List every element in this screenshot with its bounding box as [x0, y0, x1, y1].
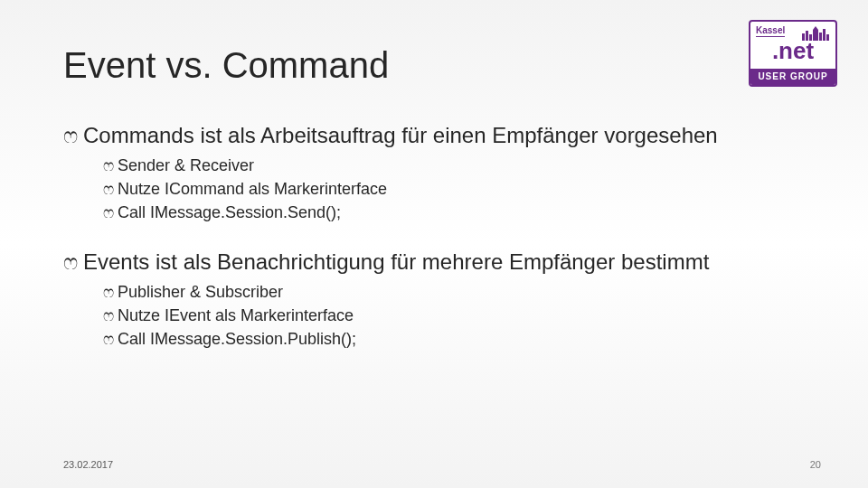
page-title: Event vs. Command [63, 45, 805, 86]
section-events: ෆ Events ist als Benachrichtigung für me… [63, 249, 805, 350]
bullet-text: Call IMessage.Session.Send(); [118, 202, 341, 223]
events-sublist: ෆ Publisher & Subscriber ෆ Nutze IEvent … [103, 281, 805, 350]
logo-city: Kassel [756, 25, 785, 37]
bullet-icon: ෆ [103, 155, 114, 176]
bullet-events-heading: ෆ Events ist als Benachrichtigung für me… [63, 249, 805, 276]
list-item: ෆ Sender & Receiver [103, 155, 805, 176]
bullet-icon: ෆ [63, 122, 78, 149]
bullet-commands-heading: ෆ Commands ist als Arbeitsauftrag für ei… [63, 122, 805, 149]
bullet-icon: ෆ [103, 305, 114, 326]
bullet-text: Call IMessage.Session.Publish(); [118, 328, 356, 350]
bullet-icon: ෆ [103, 281, 114, 303]
bullet-text: Nutze IEvent als Markerinterface [118, 305, 354, 326]
logo-brand: .net [750, 38, 835, 63]
bullet-text: Sender & Receiver [118, 155, 254, 176]
bullet-icon: ෆ [103, 202, 114, 223]
list-item: ෆ Publisher & Subscriber [103, 281, 805, 303]
bullet-text: Commands ist als Arbeitsauftrag für eine… [83, 122, 718, 149]
bullet-icon: ෆ [103, 178, 114, 200]
list-item: ෆ Nutze IEvent als Markerinterface [103, 305, 805, 326]
logo-subtitle: USER GROUP [750, 69, 835, 85]
footer-date: 23.02.2017 [63, 459, 113, 470]
slide: Kassel .net USER GROUP Event vs. Command… [0, 0, 868, 488]
bullet-text: Nutze ICommand als Markerinterface [118, 178, 387, 200]
list-item: ෆ Call IMessage.Session.Publish(); [103, 328, 805, 350]
bullet-text: Events ist als Benachrichtigung für mehr… [83, 249, 709, 276]
list-item: ෆ Nutze ICommand als Markerinterface [103, 178, 805, 200]
bullet-icon: ෆ [63, 249, 78, 276]
footer-page-number: 20 [810, 459, 821, 470]
logo-badge: Kassel .net USER GROUP [749, 20, 837, 87]
list-item: ෆ Call IMessage.Session.Send(); [103, 202, 805, 223]
bullet-icon: ෆ [103, 328, 114, 350]
section-commands: ෆ Commands ist als Arbeitsauftrag für ei… [63, 122, 805, 223]
bullet-text: Publisher & Subscriber [118, 281, 283, 303]
commands-sublist: ෆ Sender & Receiver ෆ Nutze ICommand als… [103, 155, 805, 223]
